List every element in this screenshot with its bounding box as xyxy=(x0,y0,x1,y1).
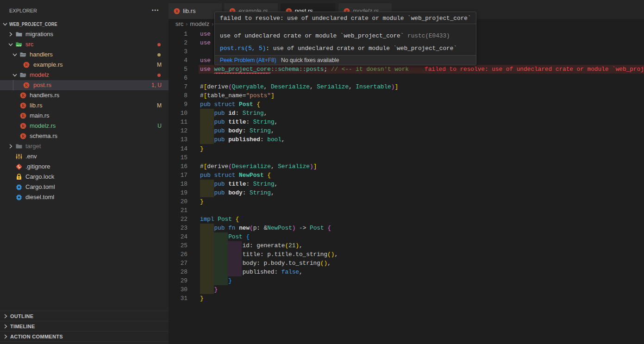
svg-text:R: R xyxy=(21,124,25,128)
svg-text:R: R xyxy=(175,9,179,13)
svg-text:R: R xyxy=(21,103,25,108)
svg-text:R: R xyxy=(25,83,28,88)
svg-text:R: R xyxy=(21,134,25,138)
svg-text:</>: </> xyxy=(17,44,22,47)
svg-text:R: R xyxy=(21,93,25,98)
svg-text:R: R xyxy=(21,113,25,118)
svg-text:R: R xyxy=(25,63,28,67)
